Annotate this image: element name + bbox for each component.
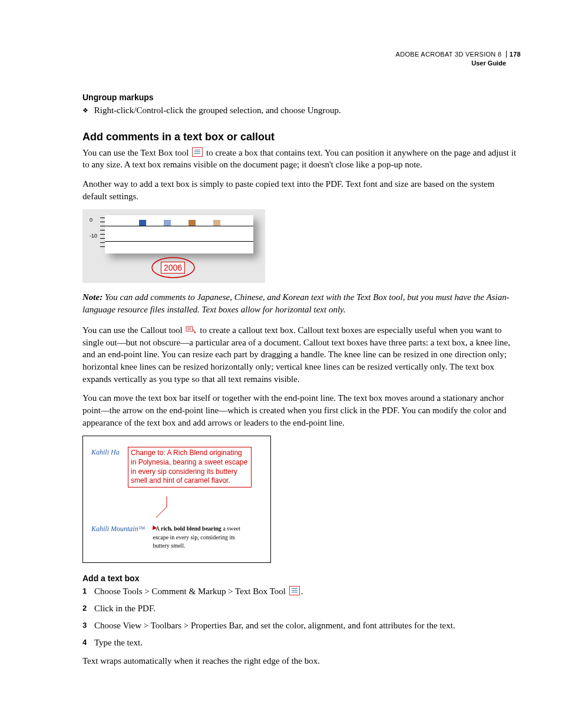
callout-arrowhead-icon xyxy=(151,525,157,531)
fig2-label-kahili-mountain: Kahili Mountain™ xyxy=(91,525,145,533)
callout-para-1: You can use the Callout tool to create a… xyxy=(82,324,521,385)
figure-textbox-example: 0 -10 2006 xyxy=(82,209,265,283)
note-block: Note: You can add comments to Japanese, … xyxy=(82,291,521,315)
page-header: ADOBE ACROBAT 3D VERSION 8 178 User Guid… xyxy=(82,50,521,68)
section-heading: Add comments in a text box or callout xyxy=(82,131,521,143)
step-2: 2 Click in the PDF. xyxy=(82,602,521,615)
document-page: ADOBE ACROBAT 3D VERSION 8 178 User Guid… xyxy=(0,0,562,710)
textbox-year: 2006 xyxy=(161,262,185,274)
tail-paragraph: Text wraps automatically when it reaches… xyxy=(82,655,521,667)
plot-area xyxy=(105,215,253,253)
axis-ticks xyxy=(100,215,105,253)
fig2-body-text: A rich, bold blend bearing a sweet escap… xyxy=(153,525,241,551)
y-label-0: 0 xyxy=(90,217,92,223)
svg-rect-1 xyxy=(186,327,193,331)
header-subtitle: User Guide xyxy=(82,59,521,68)
note-text: You can add comments to Japanese, Chines… xyxy=(82,292,510,314)
subheading-add-text-box: Add a text box xyxy=(82,574,521,583)
fig2-label-kahili-ha: Kahili Ha xyxy=(91,448,120,457)
section-para-2: Another way to add a text box is simply … xyxy=(82,178,521,202)
step-3: 3 Choose View > Toolbars > Properties Ba… xyxy=(82,620,521,632)
steps-list: 1 Choose Tools > Comment & Markup > Text… xyxy=(82,585,521,649)
y-label-10: -10 xyxy=(90,233,97,239)
figure-callout-example: Kahili Ha Change to: A Rich Blend origin… xyxy=(82,436,271,563)
subheading-ungroup: Ungroup markups xyxy=(82,93,521,102)
text-box-tool-icon xyxy=(192,147,203,157)
ungroup-text: Right-click/Control-click the grouped se… xyxy=(94,106,341,115)
circled-annotation: 2006 xyxy=(150,256,196,279)
note-label: Note: xyxy=(82,292,103,302)
callout-leader-line xyxy=(155,496,178,520)
page-number: 178 xyxy=(506,51,521,58)
bullet-diamond-icon: ❖ xyxy=(82,106,88,115)
callout-para-2: You can move the text box bar itself or … xyxy=(82,392,521,429)
callout-tool-icon xyxy=(186,326,196,334)
fig2-callout-box: Change to: A Rich Blend originating in P… xyxy=(128,447,252,487)
step-4: 4 Type the text. xyxy=(82,637,521,649)
section-para-1: You can use the Text Box tool to create … xyxy=(82,147,521,171)
step-1: 1 Choose Tools > Comment & Markup > Text… xyxy=(82,585,521,598)
product-name: ADOBE ACROBAT 3D VERSION 8 xyxy=(396,51,502,58)
ungroup-instruction: ❖ Right-click/Control-click the grouped … xyxy=(82,104,521,117)
text-box-tool-icon xyxy=(289,586,300,595)
